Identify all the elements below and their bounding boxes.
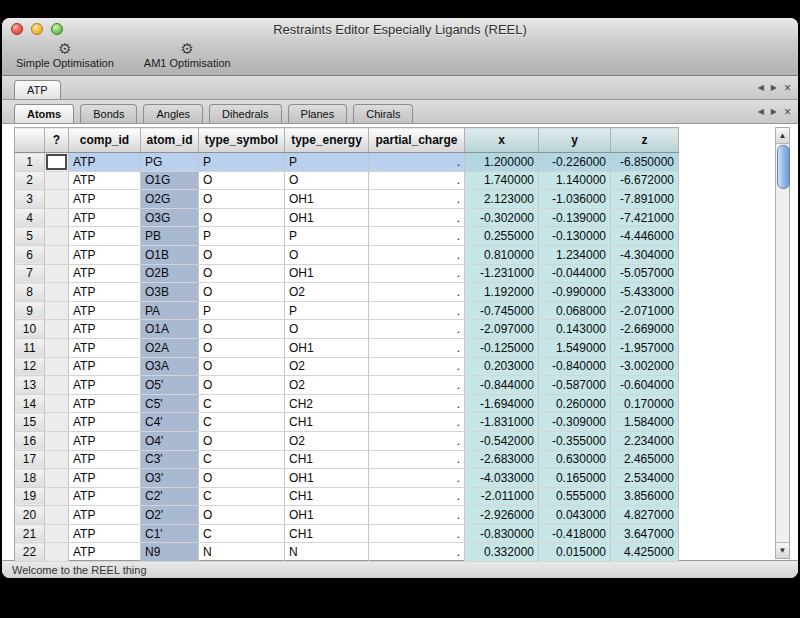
table-row[interactable]: 12 ATP O3A O O2 . 0.203000 -0.840000 -3.… <box>15 357 679 376</box>
cell-type-energy[interactable]: OH1 <box>285 506 369 525</box>
table-row[interactable]: 11 ATP O2A O OH1 . -0.125000 1.549000 -1… <box>15 338 679 357</box>
cell-x[interactable]: 0.810000 <box>465 245 539 264</box>
cell-comp-id[interactable]: ATP <box>69 264 141 283</box>
cell-y[interactable]: -1.036000 <box>539 190 611 209</box>
cell-x[interactable]: -0.302000 <box>465 208 539 227</box>
table-row[interactable]: 3 ATP O2G O OH1 . 2.123000 -1.036000 -7.… <box>15 190 679 209</box>
cell-x[interactable]: 0.332000 <box>465 543 539 562</box>
title-bar[interactable]: Restraints Editor Especially Ligands (RE… <box>2 18 798 40</box>
cell-y[interactable]: -0.130000 <box>539 227 611 246</box>
cell-type-symbol[interactable]: O <box>199 264 285 283</box>
table-row[interactable]: 4 ATP O3G O OH1 . -0.302000 -0.139000 -7… <box>15 208 679 227</box>
column-header-y[interactable]: y <box>539 128 611 153</box>
cell-comp-id[interactable]: ATP <box>69 506 141 525</box>
cell-z[interactable]: 4.425000 <box>611 543 679 562</box>
cell-z[interactable]: -0.604000 <box>611 376 679 395</box>
cell-type-energy[interactable]: O2 <box>285 431 369 450</box>
cell-z[interactable]: -2.669000 <box>611 320 679 339</box>
row-selector-cell[interactable] <box>45 153 69 172</box>
cell-comp-id[interactable]: ATP <box>69 487 141 506</box>
cell-z[interactable]: 3.856000 <box>611 487 679 506</box>
cell-type-symbol[interactable]: C <box>199 394 285 413</box>
scroll-up-button[interactable]: ▲ <box>776 128 789 144</box>
cell-z[interactable]: -4.446000 <box>611 227 679 246</box>
cell-type-symbol[interactable]: O <box>199 469 285 488</box>
cell-partial-charge[interactable]: . <box>369 394 465 413</box>
cell-z[interactable]: -4.304000 <box>611 245 679 264</box>
cell-type-energy[interactable]: O <box>285 320 369 339</box>
tab-prev-icon[interactable]: ◀ <box>758 84 764 92</box>
cell-y[interactable]: -0.587000 <box>539 376 611 395</box>
cell-atom-id[interactable]: PB <box>141 227 199 246</box>
cell-partial-charge[interactable]: . <box>369 357 465 376</box>
cell-comp-id[interactable]: ATP <box>69 394 141 413</box>
cell-atom-id[interactable]: O2G <box>141 190 199 209</box>
cell-atom-id[interactable]: O2B <box>141 264 199 283</box>
table-row[interactable]: 14 ATP C5' C CH2 . -1.694000 0.260000 0.… <box>15 394 679 413</box>
cell-type-energy[interactable]: CH1 <box>285 450 369 469</box>
row-selector-cell[interactable] <box>45 450 69 469</box>
row-selector-cell[interactable] <box>45 264 69 283</box>
row-selector-cell[interactable] <box>45 469 69 488</box>
tab-next-icon[interactable]: ▶ <box>771 84 777 92</box>
tab-bonds[interactable]: Bonds <box>80 104 137 123</box>
cell-comp-id[interactable]: ATP <box>69 413 141 432</box>
column-header-selector[interactable]: ? <box>45 128 69 153</box>
tab-angles[interactable]: Angles <box>143 104 203 123</box>
row-selector-cell[interactable] <box>45 301 69 320</box>
cell-atom-id[interactable]: O5' <box>141 376 199 395</box>
table-row[interactable]: 1 ATP PG P P . 1.200000 -0.226000 -6.850… <box>15 153 679 172</box>
cell-comp-id[interactable]: ATP <box>69 357 141 376</box>
am1-optimisation-button[interactable]: ⚙ AM1 Optimisation <box>144 40 231 70</box>
cell-type-symbol[interactable]: O <box>199 376 285 395</box>
cell-y[interactable]: 0.165000 <box>539 469 611 488</box>
column-header-comp-id[interactable]: comp_id <box>69 128 141 153</box>
cell-z[interactable]: -5.433000 <box>611 283 679 302</box>
cell-partial-charge[interactable]: . <box>369 469 465 488</box>
cell-comp-id[interactable]: ATP <box>69 301 141 320</box>
scroll-down-button[interactable]: ▼ <box>776 542 789 558</box>
cell-z[interactable]: -5.057000 <box>611 264 679 283</box>
cell-type-energy[interactable]: N <box>285 543 369 562</box>
table-row[interactable]: 16 ATP O4' O O2 . -0.542000 -0.355000 2.… <box>15 431 679 450</box>
cell-partial-charge[interactable]: . <box>369 153 465 172</box>
cell-atom-id[interactable]: C1' <box>141 524 199 543</box>
table-row[interactable]: 7 ATP O2B O OH1 . -1.231000 -0.044000 -5… <box>15 264 679 283</box>
tab-planes[interactable]: Planes <box>288 104 348 123</box>
cell-atom-id[interactable]: O3G <box>141 208 199 227</box>
cell-partial-charge[interactable]: . <box>369 264 465 283</box>
cell-x[interactable]: -0.125000 <box>465 338 539 357</box>
row-selector-cell[interactable] <box>45 190 69 209</box>
column-header-z[interactable]: z <box>611 128 679 153</box>
simple-optimisation-button[interactable]: ⚙ Simple Optimisation <box>16 40 114 70</box>
cell-type-symbol[interactable]: O <box>199 338 285 357</box>
cell-type-energy[interactable]: OH1 <box>285 338 369 357</box>
tab-close-icon[interactable]: × <box>784 82 791 94</box>
cell-type-energy[interactable]: CH2 <box>285 394 369 413</box>
cell-y[interactable]: 0.015000 <box>539 543 611 562</box>
cell-partial-charge[interactable]: . <box>369 320 465 339</box>
cell-type-symbol[interactable]: P <box>199 227 285 246</box>
tab-prev-icon[interactable]: ◀ <box>758 108 764 116</box>
cell-z[interactable]: 2.534000 <box>611 469 679 488</box>
row-selector-cell[interactable] <box>45 208 69 227</box>
cell-type-energy[interactable]: OH1 <box>285 208 369 227</box>
cell-x[interactable]: -0.542000 <box>465 431 539 450</box>
cell-type-symbol[interactable]: O <box>199 208 285 227</box>
cell-type-symbol[interactable]: O <box>199 190 285 209</box>
cell-y[interactable]: 0.068000 <box>539 301 611 320</box>
cell-type-energy[interactable]: P <box>285 301 369 320</box>
row-selector-cell[interactable] <box>45 413 69 432</box>
cell-y[interactable]: 1.140000 <box>539 171 611 190</box>
cell-x[interactable]: -4.033000 <box>465 469 539 488</box>
cell-comp-id[interactable]: ATP <box>69 543 141 562</box>
row-selector-cell[interactable] <box>45 227 69 246</box>
cell-y[interactable]: -0.226000 <box>539 153 611 172</box>
close-window-button[interactable] <box>11 23 23 35</box>
cell-atom-id[interactable]: PA <box>141 301 199 320</box>
cell-y[interactable]: 0.630000 <box>539 450 611 469</box>
cell-z[interactable]: -7.421000 <box>611 208 679 227</box>
cell-comp-id[interactable]: ATP <box>69 171 141 190</box>
cell-partial-charge[interactable]: . <box>369 227 465 246</box>
row-selector-cell[interactable] <box>45 524 69 543</box>
